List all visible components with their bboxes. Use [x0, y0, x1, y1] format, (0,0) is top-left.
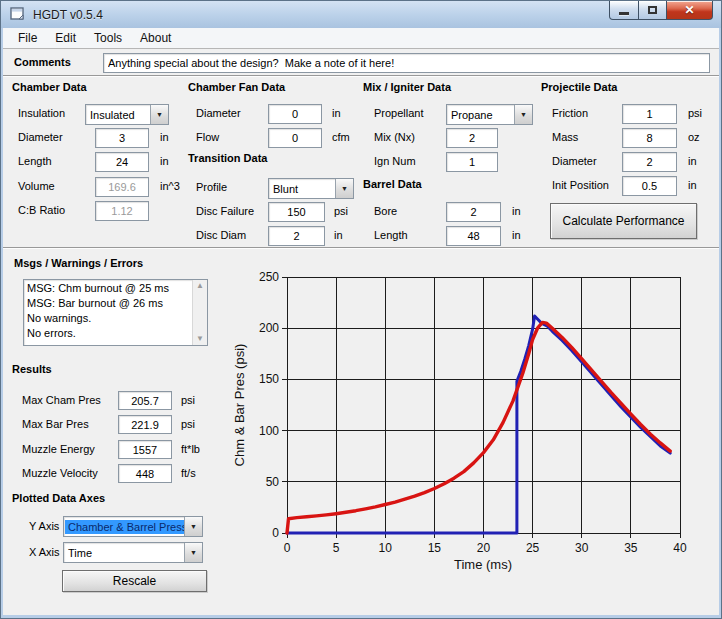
disc-failure-unit: psi — [334, 205, 348, 217]
app-icon — [10, 7, 25, 21]
plotted-axes-title: Plotted Data Axes — [12, 492, 105, 504]
message-item: MSG: Chm burnout @ 25 ms — [27, 281, 192, 296]
barrel-length-input[interactable] — [446, 226, 501, 246]
fan-diameter-unit: in — [332, 107, 341, 119]
propellant-label: Propellant — [374, 107, 424, 119]
scrollbar[interactable]: ▲ ▼ — [192, 280, 207, 345]
mix-nx-input[interactable] — [446, 128, 498, 148]
rescale-button[interactable]: Rescale — [62, 570, 207, 592]
chevron-down-icon[interactable]: ▼ — [150, 105, 168, 124]
max-bar-pres-output[interactable] — [118, 415, 172, 434]
proj-diameter-label: Diameter — [552, 155, 597, 167]
x-axis-label: X Axis — [29, 546, 60, 558]
svg-text:0: 0 — [272, 526, 279, 540]
svg-text:200: 200 — [259, 321, 279, 335]
chamber-length-input[interactable] — [95, 152, 149, 172]
barrel-length-unit: in — [512, 229, 521, 241]
chevron-down-icon[interactable]: ▼ — [335, 179, 353, 198]
muzzle-energy-output[interactable] — [118, 440, 172, 459]
disc-diam-unit: in — [334, 229, 343, 241]
mass-unit: oz — [688, 131, 700, 143]
propellant-combo[interactable]: Propane ▼ — [446, 104, 533, 125]
maximize-icon — [648, 6, 657, 14]
projectile-title: Projectile Data — [541, 81, 617, 93]
fan-flow-input[interactable] — [268, 128, 322, 148]
chamber-diameter-label: Diameter — [18, 131, 63, 143]
chamber-length-label: Length — [18, 155, 52, 167]
chamber-fan-title: Chamber Fan Data — [188, 81, 285, 93]
disc-failure-input[interactable] — [268, 202, 325, 222]
window-title: HGDT v0.5.4 — [33, 8, 103, 22]
chamber-diameter-input[interactable] — [95, 128, 149, 148]
svg-text:40: 40 — [673, 541, 687, 555]
menu-about[interactable]: About — [131, 29, 180, 47]
minimize-icon — [619, 12, 629, 15]
message-item: MSG: Bar burnout @ 26 ms — [27, 296, 192, 311]
menu-edit[interactable]: Edit — [46, 29, 85, 47]
muzzle-velocity-label: Muzzle Velocity — [22, 467, 98, 479]
insulation-label: Insulation — [18, 107, 65, 119]
svg-text:15: 15 — [428, 541, 442, 555]
close-icon: ✕ — [684, 4, 694, 16]
messages-title: Msgs / Warnings / Errors — [14, 257, 143, 269]
max-cham-pres-output[interactable] — [118, 391, 172, 410]
close-button[interactable]: ✕ — [667, 1, 713, 20]
titlebar: HGDT v0.5.4 ✕ — [1, 1, 721, 28]
fan-flow-unit: cfm — [332, 131, 350, 143]
svg-text:35: 35 — [624, 541, 638, 555]
pressure-time-chart: 0510152025303540050100150200250 Time (ms… — [228, 253, 722, 615]
chevron-down-icon[interactable]: ▼ — [184, 517, 202, 536]
barrel-title: Barrel Data — [363, 178, 422, 190]
svg-text:20: 20 — [477, 541, 491, 555]
minimize-button[interactable] — [609, 1, 639, 20]
profile-combo[interactable]: Blunt ▼ — [268, 178, 354, 199]
disc-failure-label: Disc Failure — [196, 205, 254, 217]
series-barrel-pressure — [287, 316, 670, 533]
bore-input[interactable] — [446, 202, 501, 222]
x-axis-combo[interactable]: Time ▼ — [63, 542, 203, 563]
chevron-down-icon[interactable]: ▼ — [184, 543, 202, 562]
ign-num-input[interactable] — [446, 152, 498, 172]
divider — [3, 247, 719, 249]
calculate-performance-button[interactable]: Calculate Performance — [550, 203, 697, 239]
friction-unit: psi — [688, 107, 702, 119]
maximize-button[interactable] — [639, 1, 667, 20]
proj-diameter-input[interactable] — [622, 152, 677, 172]
proj-diameter-unit: in — [688, 155, 697, 167]
comments-label: Comments — [14, 56, 71, 68]
barrel-length-label: Length — [374, 229, 408, 241]
muzzle-energy-label: Muzzle Energy — [22, 443, 95, 455]
mass-input[interactable] — [622, 128, 677, 148]
svg-text:30: 30 — [575, 541, 589, 555]
chevron-down-icon[interactable]: ▼ — [514, 105, 532, 124]
friction-label: Friction — [552, 107, 588, 119]
svg-text:5: 5 — [333, 541, 340, 555]
menu-tools[interactable]: Tools — [85, 29, 131, 47]
chamber-diameter-unit: in — [160, 131, 169, 143]
scroll-down-icon[interactable]: ▼ — [196, 335, 204, 343]
svg-text:250: 250 — [259, 270, 279, 284]
max-cham-pres-label: Max Cham Pres — [22, 394, 101, 406]
chamber-data-title: Chamber Data — [12, 81, 87, 93]
init-position-input[interactable] — [622, 176, 677, 196]
disc-diam-label: Disc Diam — [196, 229, 246, 241]
menu-file[interactable]: File — [9, 29, 46, 47]
muzzle-velocity-output[interactable] — [118, 464, 172, 483]
svg-text:50: 50 — [266, 475, 280, 489]
insulation-combo[interactable]: Insulated ▼ — [85, 104, 169, 125]
mass-label: Mass — [552, 131, 578, 143]
init-position-label: Init Position — [552, 179, 609, 191]
profile-label: Profile — [196, 181, 227, 193]
y-axis-combo[interactable]: Chamber & Barrel Pressur ▼ — [63, 516, 203, 537]
bore-unit: in — [512, 205, 521, 217]
messages-listbox[interactable]: MSG: Chm burnout @ 25 ms MSG: Bar burnou… — [23, 279, 208, 346]
cb-ratio-label: C:B Ratio — [18, 204, 65, 216]
comments-input[interactable] — [103, 53, 710, 73]
friction-input[interactable] — [622, 104, 677, 124]
scroll-up-icon[interactable]: ▲ — [196, 282, 204, 290]
fan-diameter-input[interactable] — [268, 104, 322, 124]
disc-diam-input[interactable] — [268, 226, 325, 246]
transition-title: Transition Data — [188, 152, 267, 164]
fan-diameter-label: Diameter — [196, 107, 241, 119]
fan-flow-label: Flow — [196, 131, 219, 143]
